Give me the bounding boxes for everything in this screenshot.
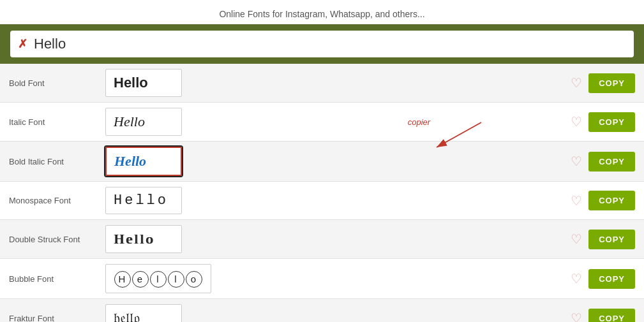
font-actions-fraktur: ♡COPY (571, 309, 644, 323)
font-row: Monospace FontHello♡COPY (0, 182, 644, 220)
copy-button-bubble[interactable]: COPY (588, 269, 635, 289)
font-preview-area-bubble: Hello (99, 259, 571, 298)
heart-icon-double-struck[interactable]: ♡ (571, 231, 582, 247)
font-preview-area-double-struck: Hello (99, 220, 571, 258)
font-label-double-struck: Double Struck Font (0, 235, 99, 244)
font-preview-box-double-struck[interactable]: Hello (105, 225, 182, 253)
font-row: Italic FontHello♡COPY (0, 103, 644, 142)
search-bar-wrapper: ✗ (0, 24, 644, 64)
font-actions-bold: ♡COPY (571, 73, 644, 93)
font-list: Bold FontHello♡COPYItalic FontHello♡COPY… (0, 64, 644, 322)
page-subtitle: Online Fonts for Instagram, Whatsapp, an… (0, 0, 644, 24)
font-label-monospace: Monospace Font (0, 196, 99, 205)
font-preview-area-monospace: Hello (99, 182, 571, 219)
font-preview-box-bold-italic[interactable]: Hello (105, 147, 182, 176)
copy-button-monospace[interactable]: COPY (588, 191, 635, 210)
heart-icon-monospace[interactable]: ♡ (571, 193, 582, 209)
font-label-bold-italic: Bold Italic Font (0, 157, 99, 166)
copy-button-fraktur[interactable]: COPY (588, 309, 635, 323)
font-preview-area-fraktur: 𝔥𝔢𝔩𝔩𝔬 (99, 299, 571, 322)
font-preview-box-italic[interactable]: Hello (105, 108, 182, 136)
font-actions-bold-italic: ♡COPY (571, 152, 644, 172)
copy-button-bold[interactable]: COPY (588, 73, 635, 93)
font-label-bubble: Bubble Font (0, 274, 99, 284)
font-label-italic: Italic Font (0, 117, 99, 127)
heart-icon-italic[interactable]: ♡ (571, 114, 582, 129)
copy-button-italic[interactable]: COPY (588, 112, 635, 132)
clear-icon[interactable]: ✗ (18, 38, 27, 50)
font-label-bold: Bold Font (0, 78, 99, 88)
font-preview-area-italic: Hello (99, 103, 571, 141)
font-row: Bold FontHello♡COPY (0, 64, 644, 103)
font-preview-box-monospace[interactable]: Hello (105, 187, 182, 214)
font-actions-monospace: ♡COPY (571, 191, 644, 210)
font-label-fraktur: Fraktur Font (0, 314, 99, 323)
font-row: Double Struck FontHello♡COPY (0, 220, 644, 259)
font-preview-box-bubble[interactable]: Hello (105, 264, 211, 293)
font-preview-area-bold-italic: copier Hello (99, 142, 571, 181)
font-row: Bubble FontHello♡COPY (0, 259, 644, 299)
copy-button-bold-italic[interactable]: COPY (588, 152, 635, 172)
heart-icon-bubble[interactable]: ♡ (571, 271, 582, 286)
heart-icon-fraktur[interactable]: ♡ (571, 311, 582, 322)
font-row: Bold Italic Fontcopier Hello♡COPY (0, 142, 644, 182)
heart-icon-bold-italic[interactable]: ♡ (571, 154, 582, 169)
search-bar: ✗ (10, 31, 634, 57)
heart-icon-bold[interactable]: ♡ (571, 75, 582, 91)
search-input[interactable] (34, 36, 626, 52)
font-actions-bubble: ♡COPY (571, 269, 644, 289)
font-actions-double-struck: ♡COPY (571, 230, 644, 249)
font-preview-area-bold: Hello (99, 64, 571, 102)
font-preview-box-bold[interactable]: Hello (105, 69, 182, 97)
copy-button-double-struck[interactable]: COPY (588, 230, 635, 249)
font-row: Fraktur Font𝔥𝔢𝔩𝔩𝔬♡COPY (0, 299, 644, 322)
font-actions-italic: ♡COPY (571, 112, 644, 132)
font-preview-box-fraktur[interactable]: 𝔥𝔢𝔩𝔩𝔬 (105, 304, 182, 322)
